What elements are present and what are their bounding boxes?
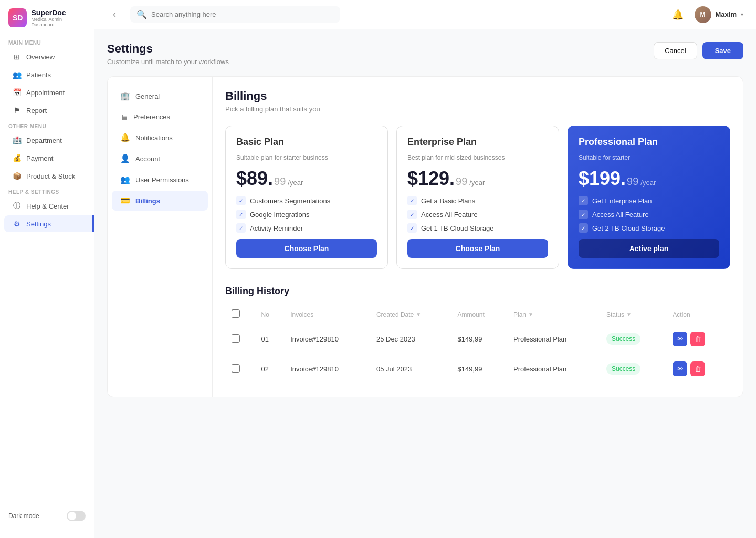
dark-mode-switch[interactable] (67, 511, 86, 521)
toggle-knob (68, 512, 76, 520)
feature-item: ✓ Get a Basic Plans (407, 196, 548, 205)
plan-features-enterprise: ✓ Get a Basic Plans ✓ Access All Feature… (407, 196, 548, 233)
plan-price-professional: $199. 99 /year (579, 168, 719, 190)
topbar: ‹ 🔍 🔔 M Maxim ▾ (94, 0, 756, 29)
delete-button[interactable]: 🗑 (690, 361, 705, 376)
choose-plan-enterprise-button[interactable]: Choose Plan (407, 239, 548, 258)
avatar: M (695, 6, 711, 23)
billings-subtitle: Pick a billing plan that suits you (225, 105, 730, 113)
col-created-date[interactable]: Created Date ▼ (370, 305, 452, 324)
account-icon: 👤 (120, 154, 130, 163)
help-icon: ⓘ (13, 202, 21, 210)
plan-filter-icon: ▼ (528, 312, 533, 317)
user-area[interactable]: M Maxim ▾ (695, 6, 743, 23)
sidebar-item-department[interactable]: 🏥 Department (4, 132, 90, 149)
price-period-basic: /year (288, 179, 303, 187)
status-filter-icon: ▼ (626, 312, 632, 317)
page-header: Settings Customize until match to your w… (107, 42, 743, 66)
sidebar-item-payment[interactable]: 💰 Payment (4, 150, 90, 167)
settings-nav-account[interactable]: 👤 Account (112, 149, 208, 169)
cell-status: Success (600, 354, 666, 384)
settings-nav-label: General (135, 92, 160, 100)
row-checkbox[interactable] (232, 364, 240, 373)
settings-nav-notifications[interactable]: 🔔 Notifications (112, 128, 208, 148)
user-name: Maxim (716, 11, 737, 18)
settings-nav-preferences[interactable]: 🖥 Preferences (112, 107, 208, 127)
sidebar-item-label: Patients (26, 71, 51, 79)
overview-icon: ⊞ (13, 53, 21, 61)
sidebar-item-appointment[interactable]: 📅 Appointment (4, 84, 90, 101)
col-plan[interactable]: Plan ▼ (507, 305, 600, 324)
sidebar-item-patients[interactable]: 👥 Patients (4, 66, 90, 83)
sidebar-item-overview[interactable]: ⊞ Overview (4, 48, 90, 65)
cell-plan: Professional Plan (507, 324, 600, 354)
col-amount: Ammount (451, 305, 507, 324)
header-actions: Cancel Save (654, 42, 743, 59)
plan-name-enterprise: Enterprise Plan (407, 137, 548, 148)
sidebar-item-settings[interactable]: ⚙ Settings (4, 215, 94, 232)
settings-nav-label: Preferences (133, 113, 170, 121)
billing-history-table: No Invoices Created Date ▼ Ammount Plan … (225, 305, 730, 384)
other-menu-label: Other menu (0, 119, 94, 131)
view-button[interactable]: 👁 (673, 332, 687, 346)
feature-item: ✓ Get 2 TB Cloud Storage (579, 223, 719, 233)
logo-icon: SD (8, 8, 27, 27)
price-period-enterprise: /year (469, 179, 485, 187)
price-main-basic: $89. (236, 168, 273, 190)
plan-features-professional: ✓ Get Enterprise Plan ✓ Access All Featu… (579, 196, 719, 233)
search-input[interactable] (151, 11, 334, 18)
settings-nav-user-permissions[interactable]: 👥 User Permissions (112, 170, 208, 190)
table-row: 02 Invoice#129810 05 Jul 2023 $149,99 Pr… (225, 354, 730, 384)
action-icons: 👁 🗑 (673, 332, 724, 346)
price-main-enterprise: $129. (407, 168, 455, 190)
feature-item: ✓ Get 1 TB Cloud Storage (407, 223, 548, 233)
page-title: Settings (107, 42, 229, 56)
col-no: No (255, 305, 285, 324)
settings-nav-general[interactable]: 🏢 General (112, 86, 208, 106)
sidebar-item-report[interactable]: ⚑ Report (4, 102, 90, 119)
logo-area: SD SuperDoc Medical Admin Dashboard (0, 8, 94, 36)
feature-item: ✓ Get Enterprise Plan (579, 196, 719, 205)
col-action: Action (666, 305, 730, 324)
appointment-icon: 📅 (13, 88, 21, 97)
sidebar-bottom: Dark mode (0, 502, 94, 530)
settings-nav-label: User Permissions (135, 176, 189, 184)
collapse-button[interactable]: ‹ (107, 7, 122, 22)
logo-text: SuperDoc Medical Admin Dashboard (31, 8, 86, 27)
settings-nav-billings[interactable]: 💳 Billings (112, 191, 208, 211)
sidebar-item-label: Department (26, 137, 62, 144)
select-all-checkbox[interactable] (232, 309, 240, 318)
choose-plan-basic-button[interactable]: Choose Plan (236, 239, 377, 258)
app-title: SuperDoc (31, 8, 86, 17)
plans-grid: Basic Plan Suitable plan for starter bus… (225, 126, 730, 269)
price-decimal-enterprise: 99 (456, 175, 467, 188)
active-plan-button[interactable]: Active plan (579, 239, 719, 258)
sidebar-item-product-stock[interactable]: 📦 Product & Stock (4, 168, 90, 184)
check-icon: ✓ (407, 210, 417, 219)
row-checkbox[interactable] (232, 334, 240, 343)
cell-action: 👁 🗑 (666, 324, 730, 354)
sidebar-item-help[interactable]: ⓘ Help & Center (4, 198, 90, 214)
dark-mode-toggle[interactable]: Dark mode (8, 511, 86, 521)
check-icon: ✓ (236, 223, 246, 233)
check-icon: ✓ (579, 210, 588, 219)
col-invoices: Invoices (284, 305, 370, 324)
col-status[interactable]: Status ▼ (600, 305, 666, 324)
page-subtitle: Customize until match to your workflows (107, 58, 229, 66)
plan-desc-professional: Suitable for starter (579, 154, 719, 161)
cell-date: 25 Dec 2023 (370, 324, 452, 354)
notification-button[interactable]: 🔔 (669, 6, 686, 23)
view-button[interactable]: 👁 (673, 361, 687, 376)
delete-button[interactable]: 🗑 (690, 332, 705, 346)
dark-mode-label: Dark mode (8, 512, 39, 520)
status-badge: Success (606, 333, 640, 345)
cancel-button[interactable]: Cancel (654, 42, 697, 59)
cell-invoice: Invoice#129810 (284, 324, 370, 354)
feature-item: ✓ Activity Reminder (236, 223, 377, 233)
preferences-icon: 🖥 (120, 112, 128, 121)
page-content: Settings Customize until match to your w… (94, 29, 756, 538)
settings-nav-label: Billings (135, 197, 160, 205)
save-button[interactable]: Save (702, 42, 743, 59)
check-icon: ✓ (579, 196, 588, 205)
status-badge: Success (606, 363, 640, 375)
